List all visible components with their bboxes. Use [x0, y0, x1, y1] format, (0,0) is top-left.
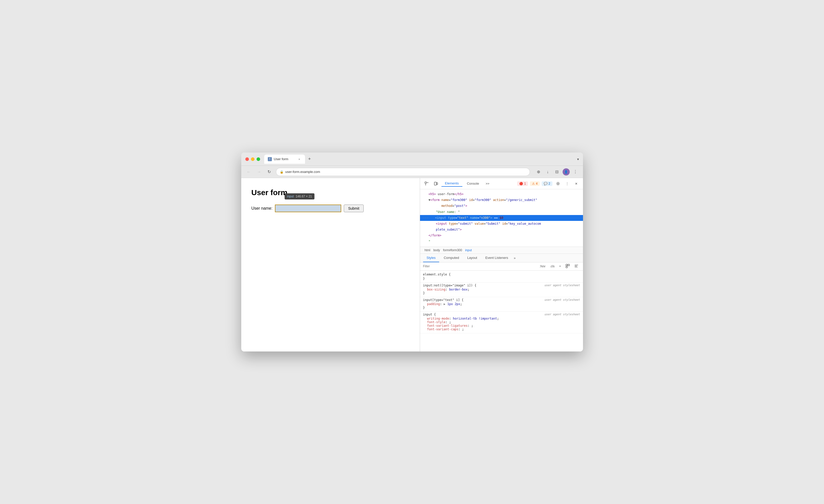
more-devtools-tabs[interactable]: >>: [484, 181, 491, 186]
address-field[interactable]: 🔒 user-form.example.com: [276, 168, 530, 176]
minimize-traffic-light[interactable]: [251, 158, 254, 161]
devtools-toolbar: Elements Console >> 🔴 1 ⚠ 4 💬 2: [420, 178, 583, 189]
event-listeners-tab[interactable]: Event Listeners: [482, 254, 512, 262]
dom-line-1[interactable]: <h5> user-form</h5>: [420, 191, 583, 197]
cls-button[interactable]: .cls: [548, 264, 556, 269]
computed-tab[interactable]: Computed: [440, 254, 462, 262]
svg-rect-0: [425, 182, 426, 183]
css-selector[interactable]: element.style {: [423, 273, 580, 276]
dom-line-7: ": [420, 239, 583, 244]
error-badge[interactable]: 🔴 1: [517, 181, 528, 186]
warning-count: 4: [536, 182, 538, 185]
css-selector-input-text[interactable]: user agent stylesheet input[type="text" …: [423, 298, 580, 302]
css-rule-element-style: element.style { }: [420, 272, 583, 283]
devtools-close-button[interactable]: ×: [573, 180, 580, 187]
css-selector-input-not[interactable]: user agent stylesheet input:not([type="i…: [423, 284, 580, 287]
new-tab-button[interactable]: +: [306, 156, 313, 163]
info-icon: 💬: [544, 182, 547, 185]
maximize-traffic-light[interactable]: [256, 158, 260, 161]
username-label: User name:: [251, 206, 273, 211]
split-button[interactable]: ⊟: [553, 168, 560, 176]
submit-button[interactable]: Submit: [344, 205, 364, 212]
css-prop-font-style[interactable]: font-style: ;: [423, 320, 580, 324]
svg-rect-6: [566, 266, 568, 268]
breadcrumb-bar: html body form#form300 input: [420, 247, 583, 254]
dom-line-5b: plete_submit">: [420, 227, 583, 233]
css-rules-panel: element.style { } user agent stylesheet …: [420, 271, 583, 351]
devtools-panel: Elements Console >> 🔴 1 ⚠ 4 💬 2: [420, 178, 583, 351]
form-row: input 146.67 × 21 User name: Submit: [251, 205, 410, 212]
icon1-button[interactable]: [564, 264, 571, 269]
device-toggle-button[interactable]: [432, 180, 439, 187]
svg-rect-4: [566, 264, 568, 266]
browser-window: f User form × + ▾ ← → ↻ 🔒 user-form.exam…: [241, 153, 583, 351]
elements-tab[interactable]: Elements: [441, 180, 462, 187]
filter-bar: :hov .cls +: [420, 263, 583, 271]
css-prop-box-sizing[interactable]: box-sizing: border-box;: [423, 288, 580, 291]
tab-overflow-button[interactable]: ▾: [577, 157, 579, 161]
breadcrumb-html[interactable]: html: [423, 248, 432, 253]
console-tab[interactable]: Console: [463, 181, 483, 186]
more-styles-tabs[interactable]: »: [514, 256, 516, 260]
layout-tab[interactable]: Layout: [463, 254, 481, 262]
hov-button[interactable]: :hov: [538, 264, 547, 269]
forward-button[interactable]: →: [255, 168, 263, 176]
tab-close-button[interactable]: ×: [297, 157, 301, 161]
error-count: 1: [524, 182, 526, 185]
css-prop-writing-mode[interactable]: writing-mode: horizontal-tb !important;: [423, 317, 580, 320]
more-menu-button[interactable]: ⋮: [572, 168, 579, 176]
error-icon: 🔴: [519, 182, 523, 185]
tooltip-label: input: [287, 195, 294, 198]
reload-button[interactable]: ↻: [266, 168, 273, 176]
warning-badge[interactable]: ⚠ 4: [530, 181, 540, 186]
dom-line-2[interactable]: ▼<form name="form300" id="form300" actio…: [420, 197, 583, 203]
css-prop-font-variant-caps[interactable]: font-variant-caps: ;: [423, 327, 580, 331]
css-source-3: user agent stylesheet: [544, 313, 580, 316]
tab-title: User form: [274, 157, 289, 161]
profile-avatar[interactable]: 👤: [562, 168, 570, 176]
css-rule-input: user agent stylesheet input { writing-mo…: [420, 312, 583, 333]
page-content: User form input 146.67 × 21 User name: S…: [241, 178, 420, 351]
devtools-more-button[interactable]: ⋮: [563, 180, 571, 187]
devtools-main-tabs: Elements Console >>: [441, 180, 492, 187]
traffic-lights: [245, 158, 260, 161]
css-prop-padding[interactable]: padding: ▶ 1px 2px;: [423, 302, 580, 306]
close-traffic-light[interactable]: [245, 158, 249, 161]
devtools-settings-button[interactable]: [554, 180, 561, 187]
svg-point-3: [557, 183, 559, 184]
info-count: 2: [548, 182, 550, 185]
dom-line-5[interactable]: <input type="submit" value="Submit" id="…: [420, 221, 583, 227]
extensions-button[interactable]: ⊕: [535, 168, 542, 176]
toolbar-right: ⊕ ↓ ⊟ 👤 ⋮: [535, 168, 579, 176]
username-input[interactable]: [275, 205, 341, 212]
info-badge[interactable]: 💬 2: [542, 181, 552, 186]
download-button[interactable]: ↓: [544, 168, 551, 176]
warning-icon: ⚠: [532, 182, 535, 185]
styles-tabs: Styles Computed Layout Event Listeners »: [420, 254, 583, 263]
css-selector-input[interactable]: user agent stylesheet input {: [423, 313, 580, 316]
back-button[interactable]: ←: [245, 168, 252, 176]
dom-line-selected[interactable]: ··· <input type="text" name="n300"> == $…: [420, 215, 583, 221]
breadcrumb-input[interactable]: input: [463, 248, 473, 253]
inspect-element-button[interactable]: [423, 180, 430, 187]
tab-favicon: f: [268, 157, 272, 161]
icon2-button[interactable]: [573, 264, 580, 269]
svg-rect-2: [437, 183, 438, 185]
add-style-button[interactable]: +: [557, 264, 562, 269]
styles-tab[interactable]: Styles: [423, 254, 439, 262]
filter-actions: :hov .cls +: [538, 264, 580, 269]
dom-line-6[interactable]: </form>: [420, 233, 583, 238]
filter-input[interactable]: [423, 265, 536, 268]
dom-line-3[interactable]: "User name: ": [420, 209, 583, 215]
dom-tree: <h5> user-form</h5> ▼<form name="form300…: [420, 189, 583, 247]
css-prop-font-variant-ligatures[interactable]: font-variant-ligatures: ;: [423, 324, 580, 327]
css-source-1: user agent stylesheet: [544, 284, 580, 287]
breadcrumb-body[interactable]: body: [432, 248, 441, 253]
title-bar: f User form × + ▾: [241, 153, 583, 166]
active-tab[interactable]: f User form ×: [264, 155, 305, 164]
breadcrumb-form[interactable]: form#form300: [441, 248, 463, 253]
css-close-brace-3: }: [423, 306, 580, 309]
security-icon: 🔒: [280, 170, 283, 174]
page-title: User form: [251, 188, 410, 197]
tooltip-size: 146.67 × 21: [296, 195, 312, 198]
